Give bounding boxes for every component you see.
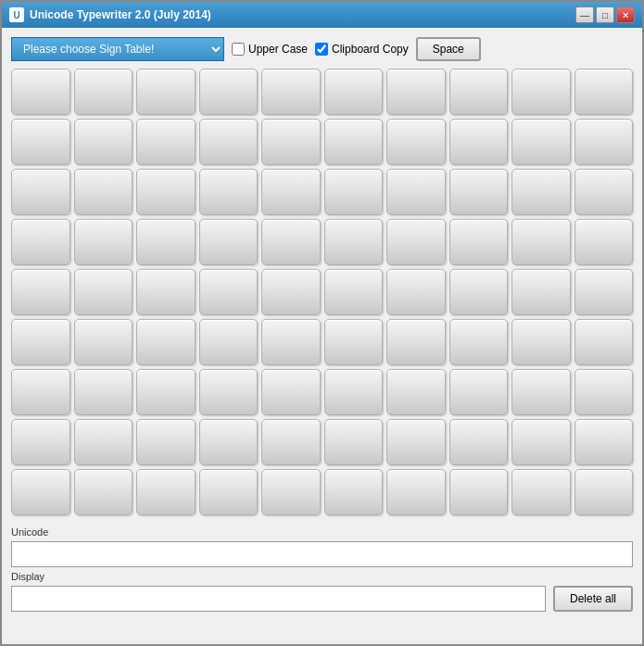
char-button[interactable]	[449, 119, 509, 165]
minimize-button[interactable]: —	[575, 6, 594, 23]
char-button[interactable]	[449, 369, 509, 415]
char-button[interactable]	[324, 169, 384, 215]
maximize-button[interactable]: □	[596, 6, 614, 23]
char-button[interactable]	[386, 369, 446, 415]
char-button[interactable]	[324, 369, 384, 415]
char-button[interactable]	[74, 469, 133, 515]
char-button[interactable]	[511, 119, 571, 165]
char-button[interactable]	[136, 219, 196, 265]
char-button[interactable]	[324, 469, 384, 515]
char-button[interactable]	[261, 219, 321, 265]
char-button[interactable]	[511, 269, 571, 315]
char-button[interactable]	[386, 69, 446, 115]
char-button[interactable]	[136, 369, 196, 415]
char-button[interactable]	[511, 319, 571, 365]
char-button[interactable]	[261, 469, 321, 515]
char-button[interactable]	[575, 319, 634, 365]
char-button[interactable]	[74, 419, 133, 465]
char-button[interactable]	[199, 419, 259, 465]
close-button[interactable]: ✕	[616, 6, 635, 23]
char-button[interactable]	[11, 269, 70, 315]
char-button[interactable]	[136, 119, 196, 165]
char-button[interactable]	[74, 219, 133, 265]
char-button[interactable]	[449, 69, 509, 115]
char-button[interactable]	[449, 419, 509, 465]
char-button[interactable]	[74, 69, 133, 115]
char-button[interactable]	[449, 219, 509, 265]
char-button[interactable]	[11, 219, 70, 265]
char-button[interactable]	[74, 169, 133, 215]
display-input[interactable]	[11, 586, 546, 612]
char-button[interactable]	[386, 119, 446, 165]
char-button[interactable]	[511, 469, 571, 515]
char-button[interactable]	[386, 219, 446, 265]
char-button[interactable]	[199, 469, 259, 515]
char-button[interactable]	[386, 269, 446, 315]
char-button[interactable]	[261, 419, 321, 465]
char-button[interactable]	[575, 219, 634, 265]
char-button[interactable]	[575, 169, 634, 215]
char-button[interactable]	[261, 369, 321, 415]
char-button[interactable]	[136, 169, 196, 215]
char-button[interactable]	[261, 319, 321, 365]
char-button[interactable]	[386, 419, 446, 465]
char-button[interactable]	[575, 69, 634, 115]
char-button[interactable]	[11, 469, 70, 515]
char-button[interactable]	[199, 219, 259, 265]
char-button[interactable]	[199, 319, 259, 365]
char-button[interactable]	[386, 169, 446, 215]
char-button[interactable]	[324, 269, 384, 315]
char-button[interactable]	[74, 269, 133, 315]
char-button[interactable]	[575, 369, 634, 415]
char-button[interactable]	[511, 219, 571, 265]
delete-all-button[interactable]: Delete all	[553, 586, 633, 612]
char-button[interactable]	[199, 369, 259, 415]
char-button[interactable]	[511, 169, 571, 215]
space-button[interactable]: Space	[416, 37, 481, 61]
sign-table-select[interactable]: Please choose Sign Table!	[11, 37, 224, 61]
char-button[interactable]	[575, 119, 634, 165]
char-button[interactable]	[324, 119, 384, 165]
char-button[interactable]	[11, 69, 70, 115]
char-button[interactable]	[199, 69, 259, 115]
char-button[interactable]	[386, 469, 446, 515]
char-button[interactable]	[449, 469, 509, 515]
char-button[interactable]	[386, 319, 446, 365]
char-button[interactable]	[74, 319, 133, 365]
char-button[interactable]	[11, 119, 70, 165]
char-button[interactable]	[261, 269, 321, 315]
char-button[interactable]	[136, 69, 196, 115]
char-button[interactable]	[511, 69, 571, 115]
char-button[interactable]	[11, 419, 70, 465]
char-button[interactable]	[261, 169, 321, 215]
char-button[interactable]	[449, 169, 509, 215]
char-button[interactable]	[199, 119, 259, 165]
char-button[interactable]	[575, 269, 634, 315]
char-button[interactable]	[74, 369, 133, 415]
char-button[interactable]	[11, 169, 70, 215]
char-button[interactable]	[575, 419, 634, 465]
char-button[interactable]	[136, 419, 196, 465]
char-button[interactable]	[575, 469, 634, 515]
char-button[interactable]	[136, 269, 196, 315]
unicode-input[interactable]	[11, 541, 633, 567]
char-button[interactable]	[136, 319, 196, 365]
clipboard-copy-checkbox[interactable]	[315, 43, 328, 56]
char-button[interactable]	[324, 219, 384, 265]
upper-case-checkbox[interactable]	[232, 43, 245, 56]
char-button[interactable]	[136, 469, 196, 515]
char-button[interactable]	[261, 119, 321, 165]
char-button[interactable]	[11, 369, 70, 415]
char-button[interactable]	[74, 119, 133, 165]
char-button[interactable]	[511, 419, 571, 465]
char-button[interactable]	[324, 319, 384, 365]
char-button[interactable]	[261, 69, 321, 115]
char-button[interactable]	[449, 319, 509, 365]
char-button[interactable]	[324, 69, 384, 115]
char-button[interactable]	[199, 269, 259, 315]
char-button[interactable]	[511, 369, 571, 415]
char-button[interactable]	[11, 319, 70, 365]
char-button[interactable]	[449, 269, 509, 315]
char-button[interactable]	[199, 169, 259, 215]
char-button[interactable]	[324, 419, 384, 465]
